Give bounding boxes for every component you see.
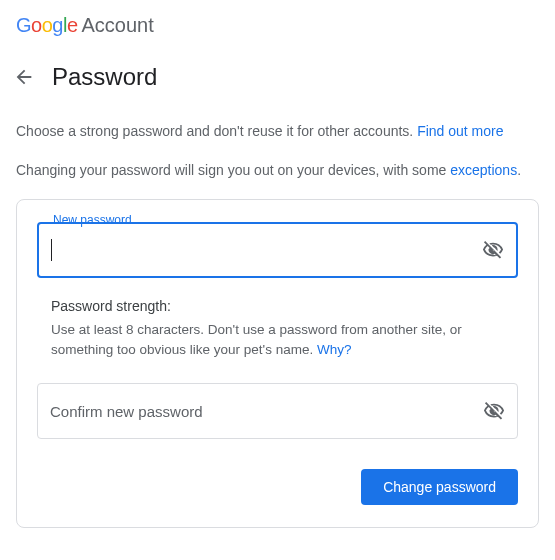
intro-text: Choose a strong password and don't reuse…: [0, 101, 555, 181]
eye-off-icon: [482, 239, 504, 261]
logo-letter: e: [67, 14, 78, 37]
why-link[interactable]: Why?: [317, 342, 352, 357]
title-row: Password: [0, 47, 555, 101]
toggle-visibility-button-confirm[interactable]: [483, 400, 505, 422]
page-title: Password: [52, 63, 157, 91]
new-password-outline: [37, 222, 518, 278]
intro-line2-suffix: .: [517, 162, 521, 178]
confirm-password-input[interactable]: [50, 403, 483, 420]
arrow-left-icon: [13, 66, 35, 88]
exceptions-link[interactable]: exceptions: [450, 162, 517, 178]
logo-letter: o: [31, 14, 42, 37]
change-password-button[interactable]: Change password: [361, 469, 518, 505]
strength-body: Use at least 8 characters. Don't use a p…: [51, 320, 504, 359]
strength-body-text: Use at least 8 characters. Don't use a p…: [51, 322, 462, 357]
logo-letter: G: [16, 14, 31, 37]
app-header: G o o g l e Account: [0, 0, 555, 47]
logo-letter: o: [42, 14, 53, 37]
eye-off-icon: [483, 400, 505, 422]
intro-line2: Changing your password will sign you out…: [16, 162, 450, 178]
google-logo: G o o g l e: [16, 14, 78, 37]
password-strength-hint: Password strength: Use at least 8 charac…: [37, 298, 518, 359]
intro-line1: Choose a strong password and don't reuse…: [16, 123, 417, 139]
toggle-visibility-button[interactable]: [482, 239, 504, 261]
confirm-password-field: [37, 383, 518, 439]
new-password-field: New password: [37, 222, 518, 278]
logo-letter: g: [52, 14, 63, 37]
back-button[interactable]: [8, 61, 40, 93]
strength-title: Password strength:: [51, 298, 504, 314]
password-card: New password Password strength: Use at l…: [16, 199, 539, 528]
new-password-input[interactable]: [54, 242, 482, 259]
actions-row: Change password: [37, 469, 518, 505]
text-cursor: [51, 239, 52, 261]
find-out-more-link[interactable]: Find out more: [417, 123, 503, 139]
confirm-password-outline: [37, 383, 518, 439]
account-label: Account: [82, 14, 154, 37]
